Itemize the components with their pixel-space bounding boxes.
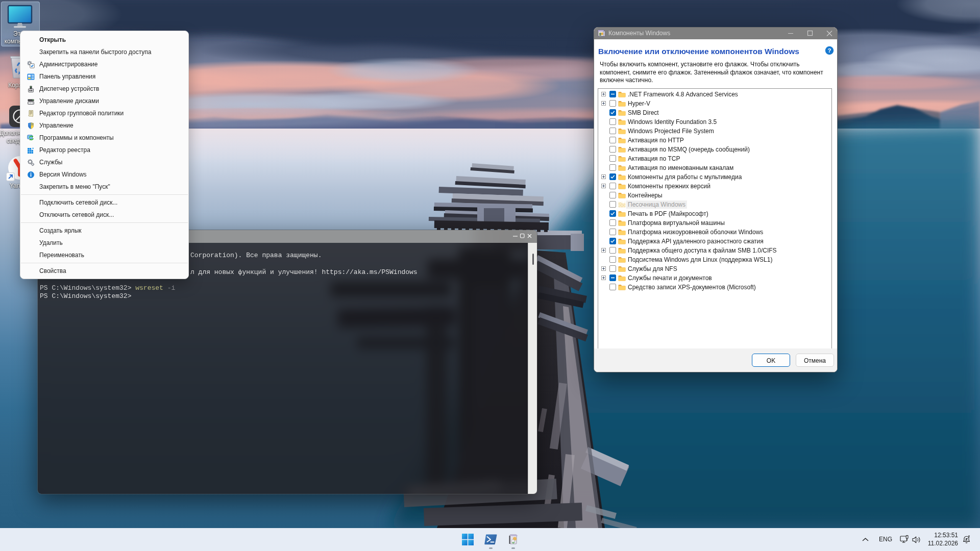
svg-text:?: ? <box>827 47 831 54</box>
